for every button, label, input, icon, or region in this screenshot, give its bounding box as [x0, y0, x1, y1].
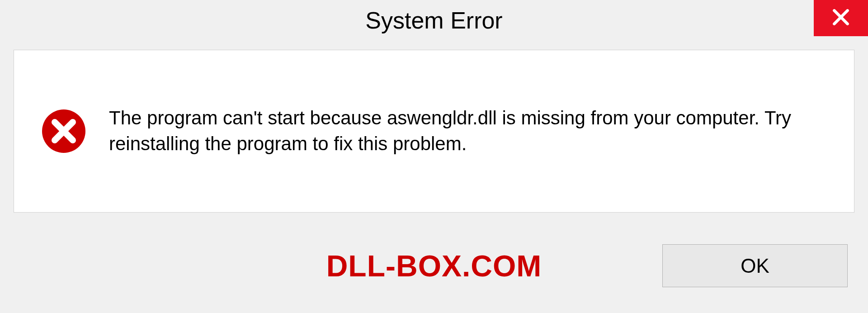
close-icon	[831, 7, 851, 29]
content-area: The program can't start because aswengld…	[14, 50, 854, 213]
footer: DLL-BOX.COM OK	[0, 213, 868, 303]
close-button[interactable]	[814, 0, 868, 36]
ok-button[interactable]: OK	[662, 244, 848, 287]
error-icon	[41, 109, 86, 154]
ok-button-label: OK	[741, 255, 769, 277]
titlebar: System Error	[0, 0, 868, 41]
watermark-text: DLL-BOX.COM	[326, 249, 542, 283]
dialog-title: System Error	[365, 7, 502, 34]
error-message: The program can't start because aswengld…	[109, 105, 827, 156]
